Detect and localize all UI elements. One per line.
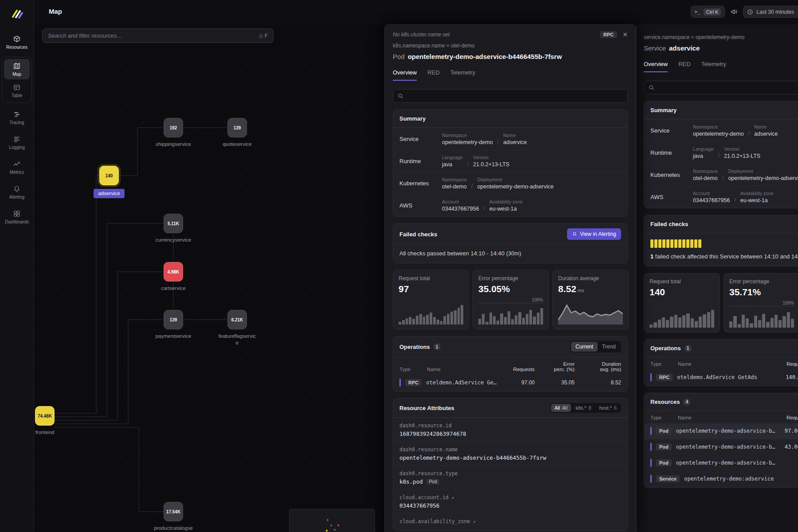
pod-detail-panel: No k8s.cluster.name set RPC ✕ k8s.namesp… (384, 24, 636, 532)
resource-row[interactable]: Pod opentelemetry-demo-adservice-b… 97.0… (644, 423, 798, 439)
tab-telemetry[interactable]: Telemetry (450, 69, 475, 81)
command-palette-button[interactable]: >_ Ctrl K (691, 6, 725, 18)
resources-table-header: Type Name Requests (644, 411, 798, 423)
search-icon (398, 93, 403, 99)
operation-row[interactable]: RPC oteldemo.AdService GetAds 140.00 (644, 370, 798, 386)
sidebar-item-dashboards[interactable]: Dashboards (3, 207, 31, 227)
megaphone-icon[interactable] (730, 8, 738, 16)
resources-count-badge: 4 (683, 399, 690, 406)
pod-operations-card: Operations 1 Current Trend Type Name Req… (393, 336, 628, 391)
metric-error-percentage[interactable]: Error percentage 35.05% 100% (473, 270, 549, 329)
service-namespace-line: service.namespace = opentelemetry-demo (644, 34, 798, 40)
summary-row-service: Service Namespaceopentelemetry-demo / Na… (393, 128, 627, 150)
service-panel-search-input[interactable] (658, 84, 798, 91)
map-node-paymentservice[interactable]: 139 (164, 310, 183, 329)
failed-checks-message: 1 failed check affected this Service bet… (644, 248, 798, 266)
sidebar-item-tracing[interactable]: Tracing (3, 107, 31, 128)
sidebar-item-map[interactable]: Map (4, 59, 30, 79)
summary-row-kubernetes: Kubernetes Namespaceotel-demo / Deployme… (644, 164, 798, 186)
map-node-adservice[interactable]: 140 (99, 166, 119, 185)
time-range-button[interactable]: Last 30 minutes (743, 6, 798, 18)
minimap[interactable] (289, 509, 375, 532)
tab-overview[interactable]: Overview (393, 69, 417, 81)
sidebar-item-resources[interactable]: Resources (3, 32, 31, 52)
pod-namespace-line: k8s.namespace.name = otel-demo (393, 43, 628, 49)
toggle-current[interactable]: Current (571, 342, 598, 352)
map-node-cartservice[interactable]: 4.98K (164, 262, 183, 282)
cube-icon (13, 35, 21, 43)
failed-checks-message: All checks passed between 14:10 - 14:40 … (393, 245, 627, 263)
map-node-shippingservice[interactable]: 192 (164, 118, 183, 137)
pod-panel-search[interactable] (393, 89, 628, 103)
metric-request-total[interactable]: Request total 97 (393, 270, 469, 329)
tab-telemetry[interactable]: Telemetry (701, 61, 726, 72)
sidebar-item-table[interactable]: Table (4, 80, 30, 101)
resource-row[interactable]: Service opentelemetry-demo:adservice (644, 471, 798, 487)
topbar: Map >_ Ctrl K Last 30 minutes (34, 0, 798, 24)
error-percentage-chart (478, 304, 543, 325)
map-node-label: currencyservice (147, 237, 200, 243)
pod-tabs: Overview RED Telemetry (393, 69, 628, 81)
summary-row-kubernetes: Kubernetes Namespaceotel-demo / Deployme… (393, 172, 627, 194)
external-link-icon[interactable]: ↗ (451, 495, 454, 501)
metric-error-percentage[interactable]: Error percentage 35.71% 100% (724, 273, 798, 332)
tab-overview[interactable]: Overview (644, 61, 668, 72)
pod-panel-search-input[interactable] (407, 93, 623, 99)
filter-host[interactable]: host.*6 (596, 404, 620, 412)
sidebar-item-alerting[interactable]: Alerting (3, 182, 31, 202)
view-in-alerting-button[interactable]: View in Alerting (567, 228, 621, 240)
clock-icon (747, 9, 753, 15)
service-tabs: Overview RED Telemetry (644, 61, 798, 73)
attribute-row: dash0.resource.id 16879839242863974678 (393, 418, 627, 442)
map-node-quoteservice[interactable]: 139 (227, 118, 247, 137)
map-edges (34, 24, 384, 532)
sidebar-item-metrics[interactable]: Metrics (3, 157, 31, 177)
map-search-input[interactable] (48, 32, 259, 39)
operations-table-header: Type Name Requests (644, 357, 798, 370)
error-percentage-chart (729, 307, 794, 328)
tab-red[interactable]: RED (427, 69, 439, 81)
metric-request-total[interactable]: Request total 140 (644, 273, 720, 332)
tab-red[interactable]: RED (678, 61, 690, 72)
sidebar-item-logging[interactable]: Logging (3, 132, 31, 153)
map-node-label: paymentservice (147, 333, 200, 340)
map-node-currencyservice[interactable]: 5.11K (164, 214, 183, 233)
pod-resource-attributes-card: Resource Attributes All40 k8s.*8 host.*6… (393, 398, 628, 531)
pod-tag: Pod (426, 479, 440, 485)
operation-row[interactable]: RPC oteldemo.AdService GetAds 97.00 35.0… (393, 375, 627, 391)
map-search[interactable]: ◇ F (42, 28, 274, 43)
terminal-icon: >_ (695, 9, 700, 15)
resource-row[interactable]: Pod opentelemetry-demo-adservice-b… 43.0… (644, 439, 798, 455)
request-total-chart (399, 304, 463, 325)
resource-row[interactable]: Pod opentelemetry-demo-adservice-b… (644, 455, 798, 471)
attribute-filters: All40 k8s.*8 host.*6 (550, 403, 621, 413)
tracing-icon (13, 110, 21, 118)
duration-average-chart (558, 304, 623, 325)
bell-icon (572, 231, 577, 237)
map-node-frontend[interactable]: 74.48K (35, 406, 55, 426)
service-resources-card: Resources 4 Type Name Requests Pod opent… (644, 393, 798, 488)
operations-view-toggle: Current Trend (570, 341, 621, 352)
map-node-featureflagservice[interactable]: 6.21K (227, 310, 247, 329)
filter-all[interactable]: All40 (551, 404, 571, 412)
service-detail-panel: service.namespace = opentelemetry-demo S… (636, 24, 798, 532)
operations-table-header: Type Name Requests Error perc. (%) Durat… (393, 357, 627, 375)
operations-count-badge: 1 (434, 343, 441, 350)
pod-failed-checks-card: Failed checks View in Alerting All check… (393, 223, 628, 263)
search-icon (649, 85, 654, 90)
toggle-trend[interactable]: Trend (598, 342, 620, 352)
service-panel-search[interactable] (644, 81, 798, 94)
map-node-label: productcatalogservice (153, 525, 193, 532)
map-node-productcatalogservice[interactable]: 17.54K (164, 502, 183, 521)
pod-metric-cards: Request total 97 Error percentage 35.05%… (393, 270, 628, 329)
metric-duration-average[interactable]: Duration average 8.52ms (552, 270, 629, 329)
app-logo[interactable] (10, 7, 23, 20)
bell-icon (13, 185, 21, 193)
pod-summary-card: Summary Service Namespaceopentelemetry-d… (393, 110, 628, 217)
external-link-icon[interactable]: ↗ (473, 519, 476, 524)
close-icon[interactable]: ✕ (622, 31, 628, 38)
map-node-label: featureflagservice (217, 333, 257, 346)
request-total-chart (649, 307, 714, 328)
filter-k8s[interactable]: k8s.*8 (572, 404, 595, 412)
service-summary-card: Summary Service Namespaceopentelemetry-d… (644, 101, 798, 208)
